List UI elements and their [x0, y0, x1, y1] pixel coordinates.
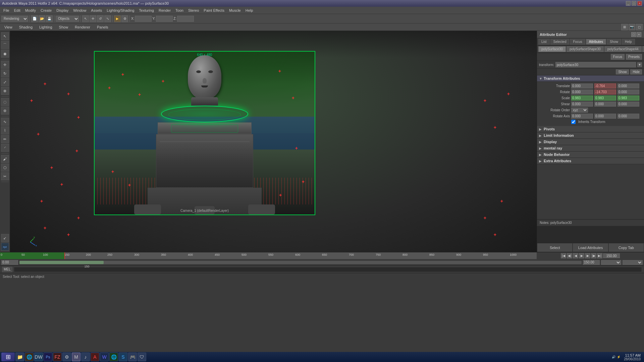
- shear-z[interactable]: 0.000: [618, 102, 639, 107]
- menu-texturing[interactable]: Texturing: [137, 8, 156, 13]
- y-input[interactable]: [156, 16, 173, 22]
- save-scene-btn[interactable]: 💾: [46, 15, 53, 22]
- menu-window[interactable]: Window: [71, 8, 88, 13]
- menu-assets[interactable]: Assets: [89, 8, 104, 13]
- char-select[interactable]: [601, 260, 621, 265]
- move-tool-btn[interactable]: ✛: [90, 15, 96, 22]
- tab-view[interactable]: View: [1, 24, 15, 30]
- rotate-axis-y[interactable]: 0.000: [594, 114, 616, 119]
- attr-float-btn[interactable]: □: [631, 32, 636, 37]
- menu-toon[interactable]: Toon: [173, 8, 185, 13]
- menu-lighting-shading[interactable]: Lighting/Shading: [105, 8, 136, 13]
- play-btn[interactable]: ▶: [579, 253, 584, 258]
- limit-info-header[interactable]: ▶ Limit Information: [537, 132, 644, 139]
- scale-x[interactable]: 0.983: [571, 96, 593, 101]
- ep-curve-tool[interactable]: ⌇: [1, 126, 9, 134]
- go-end-btn[interactable]: ▶|: [597, 253, 602, 258]
- rotate-axis-x[interactable]: 0.000: [571, 114, 593, 119]
- rotate-tool-btn[interactable]: ↺: [97, 15, 104, 22]
- open-scene-btn[interactable]: 📂: [39, 15, 45, 22]
- taskbar-filezilla[interactable]: FZ: [53, 353, 62, 361]
- taskbar-firefox[interactable]: 🌐: [25, 353, 34, 361]
- taskbar-reader[interactable]: A: [91, 353, 99, 361]
- node-tab-polysurfaceshape44[interactable]: polySurfaceShape44: [604, 46, 642, 52]
- paint-sel-tool[interactable]: ◉: [1, 50, 9, 58]
- render-settings-btn[interactable]: ⚙: [121, 15, 128, 22]
- taskbar-unknown1[interactable]: 🎮: [128, 353, 137, 361]
- bty-button[interactable]: BTY: [642, 46, 644, 52]
- rotate-y[interactable]: -14.703: [594, 89, 616, 95]
- menu-modify[interactable]: Modify: [23, 8, 38, 13]
- shear-y[interactable]: 0.000: [594, 102, 616, 107]
- extra-attrs-header[interactable]: ▶ Extra Attributes: [537, 158, 644, 164]
- transform-expand-btn[interactable]: ▼: [637, 62, 642, 67]
- viewport[interactable]: + + + + + + + + + + + + + + + + + +: [10, 31, 537, 252]
- menu-edit[interactable]: Edit: [12, 8, 22, 13]
- taskbar-mediaplayer[interactable]: ♪: [81, 353, 90, 361]
- grid-toggle-btn[interactable]: ⊞: [621, 24, 628, 31]
- soft-mod-tool[interactable]: ◌: [1, 98, 9, 106]
- universal-tool[interactable]: ⊕: [1, 87, 9, 95]
- sound-select[interactable]: [623, 260, 643, 265]
- mental-ray-header[interactable]: ▶ mental ray: [537, 145, 644, 152]
- taskbar-tool1[interactable]: ⚙: [62, 353, 71, 361]
- menu-paint-effects[interactable]: Paint Effects: [202, 8, 226, 13]
- menu-help[interactable]: Help: [244, 8, 255, 13]
- focus-button[interactable]: Focus: [611, 54, 625, 60]
- prev-frame-btn[interactable]: ◀: [573, 253, 578, 258]
- camera-btn[interactable]: 📷: [629, 24, 635, 31]
- pivots-section-header[interactable]: ▶ Pivots: [537, 126, 644, 132]
- select-tool-btn[interactable]: ↖: [82, 15, 89, 22]
- menu-render[interactable]: Render: [157, 8, 173, 13]
- mel-input[interactable]: [14, 267, 642, 272]
- renderer-dropdown[interactable]: Rendering: [1, 16, 28, 22]
- transform-value-input[interactable]: polySurface30: [555, 62, 636, 67]
- node-behavior-header[interactable]: ▶ Node Behavior: [537, 152, 644, 158]
- attr-tab-selected[interactable]: Selected: [550, 39, 570, 45]
- presets-button[interactable]: Presets: [626, 54, 642, 60]
- go-start-btn[interactable]: |◀: [561, 253, 566, 258]
- show-button[interactable]: Show: [616, 69, 629, 74]
- tab-lighting[interactable]: Lighting: [36, 24, 55, 30]
- close-btn[interactable]: ×: [637, 1, 642, 6]
- attr-tab-list[interactable]: List: [538, 39, 550, 45]
- rotate-axis-z[interactable]: 0.000: [618, 114, 639, 119]
- curve-tool[interactable]: ∿: [1, 118, 9, 126]
- next-key-btn[interactable]: |▶: [591, 253, 596, 258]
- maximize-btn[interactable]: □: [632, 1, 636, 6]
- prev-key-btn[interactable]: ◀|: [567, 253, 572, 258]
- taskbar-photoshop[interactable]: Ps: [44, 353, 52, 361]
- pencil-tool[interactable]: ✏: [1, 135, 9, 143]
- scale-tool-btn[interactable]: ⤡: [104, 15, 111, 22]
- transform-section-header[interactable]: ▼ Transform Attributes: [537, 75, 644, 82]
- range-slider[interactable]: 150: [19, 261, 582, 264]
- rotate-x[interactable]: 0.000: [571, 89, 593, 95]
- menu-muscle[interactable]: Muscle: [227, 8, 243, 13]
- scale-tool-l[interactable]: ⤢: [1, 78, 9, 86]
- menu-create[interactable]: Create: [39, 8, 54, 13]
- tab-shading[interactable]: Shading: [16, 24, 36, 30]
- attr-close-btn[interactable]: ×: [637, 32, 641, 37]
- copy-tab-button[interactable]: Copy Tab: [608, 243, 644, 252]
- attr-tab-attributes[interactable]: Attributes: [586, 39, 606, 45]
- attr-tab-show[interactable]: Show: [607, 39, 621, 45]
- range-start-input[interactable]: 0.00: [1, 260, 18, 265]
- rotate-tool-l[interactable]: ↻: [1, 69, 9, 77]
- minimize-btn[interactable]: _: [626, 1, 631, 6]
- hide-button[interactable]: Hide: [630, 69, 642, 74]
- taskbar-unknown2[interactable]: 🛡: [138, 353, 146, 361]
- move-tool-l[interactable]: ✛: [1, 61, 9, 69]
- taskbar-word[interactable]: W: [100, 353, 109, 361]
- cut-tool[interactable]: ✂: [1, 172, 9, 180]
- start-button[interactable]: ⊞: [1, 353, 15, 361]
- scale-z[interactable]: 0.983: [618, 96, 639, 101]
- current-frame-input[interactable]: 150.00: [603, 253, 620, 258]
- node-tab-polysurface30[interactable]: polySurface30: [538, 46, 566, 52]
- object-select-dropdown[interactable]: Objects: [56, 16, 79, 22]
- arc-tool[interactable]: ◜: [1, 144, 9, 152]
- attr-tab-focus[interactable]: Focus: [570, 39, 585, 45]
- notes-textarea[interactable]: [537, 226, 644, 243]
- show-manip-tool[interactable]: ⊚: [1, 107, 9, 115]
- timeline-ruler[interactable]: 0 50 100 150 200 250 300 350 400 450 500…: [0, 252, 537, 259]
- node-tab-polysurfaceshape30[interactable]: polySurfaceShape30: [567, 46, 604, 52]
